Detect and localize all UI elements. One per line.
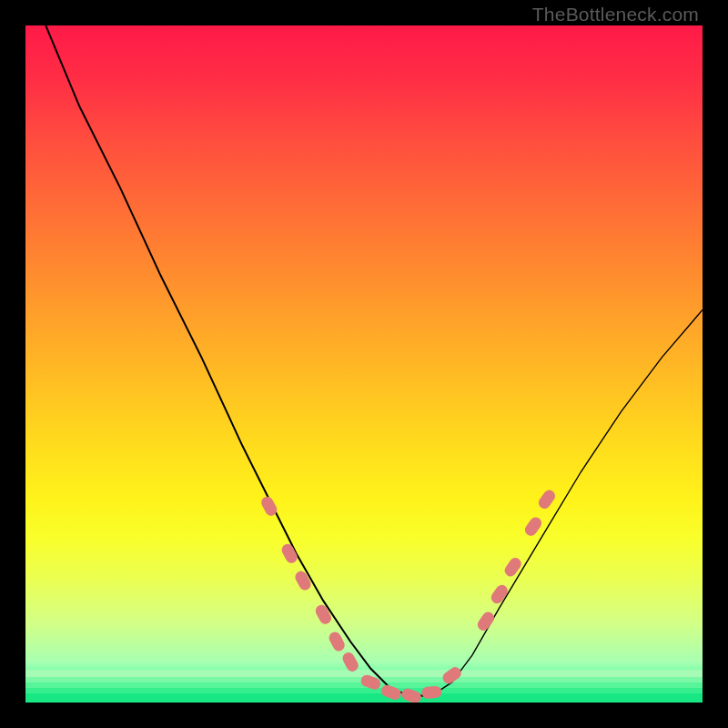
curve-layer [25,25,703,703]
plot-area [25,25,703,703]
bottleneck-curve-left [46,25,431,696]
curve-marker [313,603,333,627]
attribution-text: TheBottleneck.com [532,4,699,25]
curve-marker [522,515,543,538]
curve-marker [400,687,423,703]
curve-marker [327,630,347,653]
curve-marker [379,683,402,702]
marker-group [259,488,558,703]
curve-marker [475,610,496,632]
bottleneck-curve-right [411,310,703,696]
chart-frame: TheBottleneck.com [0,0,728,728]
curve-marker [293,569,313,592]
curve-marker [536,488,557,511]
curve-marker [421,685,442,699]
curve-marker [502,555,523,578]
curve-marker [340,651,360,674]
